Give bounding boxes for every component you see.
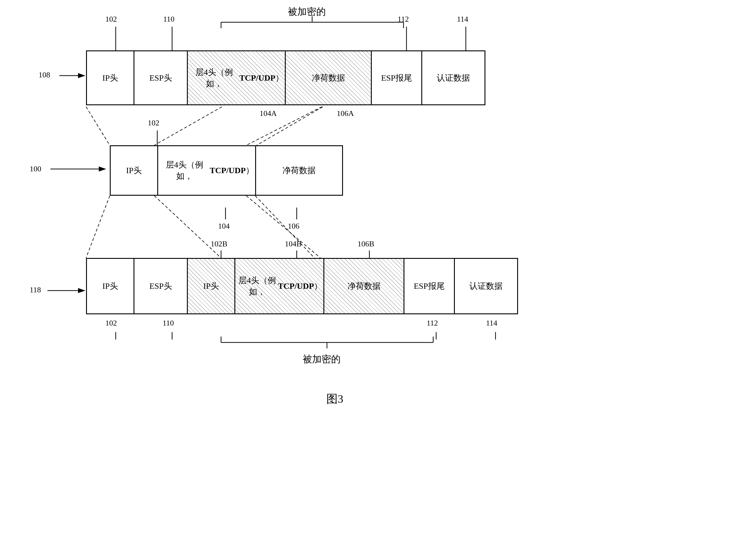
label-112-bot: 112 — [427, 319, 438, 328]
cell-esp-head-bot: ESP头 — [134, 259, 188, 314]
cell-ip-head-mid: IP头 — [111, 146, 158, 195]
svg-line-13 — [86, 107, 110, 145]
cell-layer4-head-top: 层4头（例如，TCP/UDP） — [188, 51, 286, 104]
label-108: 108 — [39, 70, 50, 80]
cell-payload-mid: 净荷数据 — [256, 146, 342, 195]
label-118: 118 — [30, 286, 41, 294]
figure-caption: 图3 — [326, 392, 343, 406]
packet-middle: IP头 层4头（例如，TCP/UDP） 净荷数据 — [110, 145, 343, 196]
label-104: 104 — [218, 222, 230, 231]
packet-top: IP头 ESP头 层4头（例如，TCP/UDP） 净荷数据 ESP报尾 认证数据 — [86, 50, 485, 105]
svg-line-15 — [246, 107, 322, 145]
label-106: 106 — [288, 222, 299, 231]
encrypted-label-bottom: 被加密的 — [303, 353, 340, 366]
cell-auth-data-top: 认证数据 — [422, 51, 484, 104]
diagram-container: 102 110 112 114 被加密的 108 IP头 ESP头 层4头（例如… — [0, 0, 756, 534]
packet-bottom: IP头 ESP头 IP头 层4头（例如，TCP/UDP） 净荷数据 ESP报尾 … — [86, 258, 518, 314]
cell-ip-head-bot: IP头 — [87, 259, 134, 314]
label-110-bot: 110 — [163, 319, 174, 328]
label-100: 100 — [30, 165, 41, 173]
cell-esp-tail-top: ESP报尾 — [372, 51, 422, 104]
cell-payload-bot: 净荷数据 — [324, 259, 404, 314]
cell-esp-head-top: ESP头 — [134, 51, 188, 104]
label-102B: 102B — [211, 240, 227, 248]
cell-payload-top: 净荷数据 — [286, 51, 372, 104]
label-114-bot: 114 — [486, 319, 497, 328]
svg-line-17 — [86, 196, 110, 258]
svg-line-19 — [246, 196, 320, 258]
cell-auth-data-bot: 认证数据 — [455, 259, 517, 314]
cell-layer4-head-mid: 层4头（例如，TCP/UDP） — [158, 146, 256, 195]
cell-ip-head-bot2: IP头 — [188, 259, 235, 314]
label-102-mid: 102 — [148, 118, 159, 128]
label-112-top: 112 — [397, 15, 409, 24]
cell-ip-head-top: IP头 — [87, 51, 134, 104]
svg-line-20 — [255, 196, 314, 258]
label-106A: 106A — [337, 109, 354, 118]
label-110-top: 110 — [163, 15, 175, 24]
cell-layer4-head-bot: 层4头（例如，TCP/UDP） — [235, 259, 324, 314]
label-114-top: 114 — [457, 15, 468, 24]
label-104A: 104A — [259, 109, 277, 118]
label-104B: 104B — [285, 240, 302, 248]
encrypted-label-top: 被加密的 — [288, 5, 326, 18]
label-106B: 106B — [358, 240, 374, 248]
label-102-bot: 102 — [105, 319, 117, 328]
svg-line-18 — [154, 196, 221, 258]
cell-esp-tail-bot: ESP报尾 — [404, 259, 455, 314]
svg-line-14 — [154, 107, 222, 145]
label-102-top: 102 — [105, 15, 117, 24]
